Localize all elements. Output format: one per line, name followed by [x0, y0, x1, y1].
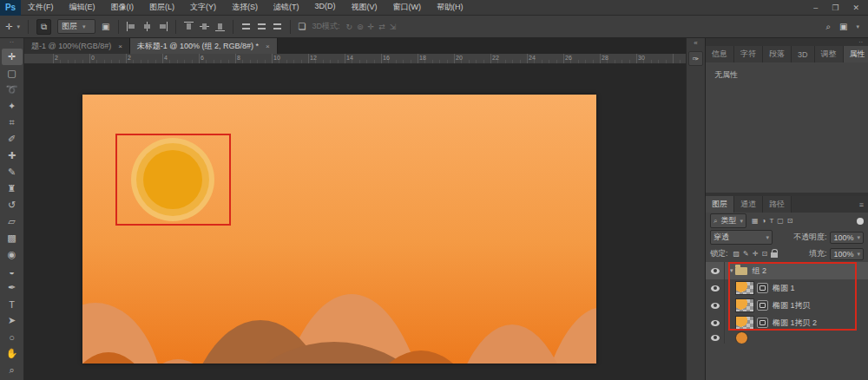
menu-item[interactable]: 3D(D) [315, 2, 336, 13]
restore-button[interactable]: ❐ [832, 3, 838, 12]
lock-option-icon[interactable]: ✛ [753, 250, 759, 258]
path-selection-tool[interactable]: ➤ [2, 312, 23, 329]
gradient-tool[interactable]: ▩ [2, 230, 23, 246]
ruler-number: 14 [345, 54, 381, 63]
3d-mode-icon[interactable]: ⊚ [357, 23, 364, 31]
brush-tool[interactable]: ✎ [2, 164, 23, 180]
menu-item[interactable]: 文字(Y) [190, 2, 216, 13]
blend-mode-dropdown[interactable]: 穿透 ▾ [710, 230, 773, 245]
menu-item[interactable]: 窗口(W) [393, 2, 422, 13]
layer-filter-icon[interactable]: ▢ [777, 217, 784, 225]
crop-tool[interactable]: ⌗ [2, 115, 23, 131]
3d-mode-icon[interactable]: ⇄ [378, 23, 385, 31]
panel-tab[interactable]: 段落 [763, 46, 792, 62]
menu-item[interactable]: 编辑(E) [69, 2, 95, 13]
align-horizontal-centers-icon[interactable] [142, 22, 152, 31]
filter-toggle-icon[interactable] [857, 218, 864, 225]
minimize-button[interactable]: – [813, 3, 818, 12]
panel-tab[interactable]: 通道 [734, 196, 763, 213]
layer-filter-icon[interactable]: ▦ [752, 217, 759, 225]
auto-select-toggle[interactable]: ⧉ [36, 19, 51, 35]
distribute-vertical-icon[interactable] [241, 22, 251, 31]
brush-panel-icon[interactable]: ✑ [688, 51, 703, 66]
menu-item[interactable]: 图像(I) [111, 2, 135, 13]
panel-tab[interactable]: 图层 [706, 196, 734, 213]
chevron-down-icon: ▾ [16, 23, 20, 30]
distribute-centers-icon[interactable] [273, 22, 282, 31]
blur-tool[interactable]: ◉ [2, 246, 23, 263]
document-tab[interactable]: 题-1 @ 100%(RGB/8#) × [24, 38, 130, 54]
lasso-tool[interactable]: ➰ [2, 82, 23, 98]
document-tab[interactable]: 未标题-1 @ 100% (组 2, RGB/8#) * × [130, 38, 278, 54]
menu-item[interactable]: 文件(F) [28, 2, 54, 13]
healing-brush-tool[interactable]: ✚ [2, 147, 23, 164]
distribute-horizontal-icon[interactable] [257, 22, 266, 31]
panel-tab[interactable]: 信息 [706, 46, 734, 62]
auto-select-target-dropdown[interactable]: 图层 ▾ [57, 19, 95, 34]
align-bottom-edges-icon[interactable] [215, 22, 225, 31]
move-tool[interactable]: ✛ [2, 49, 23, 65]
layer-filter-icon[interactable]: T [769, 217, 773, 225]
align-right-edges-icon[interactable] [158, 22, 168, 31]
eye-cell[interactable] [706, 331, 725, 344]
eye-cell[interactable] [706, 297, 725, 314]
workspace-switcher-icon[interactable]: ▣ [839, 22, 847, 31]
lock-label: 锁定: [710, 248, 728, 259]
panel-tab[interactable]: 3D [792, 46, 815, 62]
arrange-layers-icon[interactable]: ❏ [299, 22, 306, 31]
lock-all-icon[interactable] [771, 252, 778, 258]
3d-mode-icon[interactable]: ✛ [368, 23, 375, 31]
ellipse-tool[interactable]: ○ [2, 329, 23, 345]
tool-preset[interactable]: ✛ ▾ [5, 22, 20, 31]
pen-tool[interactable]: ✒ [2, 279, 23, 296]
layer-row-partial[interactable] [706, 331, 868, 344]
close-button[interactable]: ✕ [852, 3, 859, 12]
transform-controls-icon[interactable]: ▣ [102, 22, 109, 31]
panel-menu-icon[interactable]: ≡ [859, 196, 868, 213]
layer-filter-icon[interactable]: ⊡ [787, 217, 793, 225]
zoom-tool[interactable]: ⌕ [2, 362, 23, 378]
hand-tool[interactable]: ✋ [2, 345, 23, 362]
lock-option-icon[interactable]: ⊡ [761, 250, 767, 258]
type-tool[interactable]: T [2, 296, 23, 312]
collapse-to-icons-icon[interactable]: ·· [858, 39, 863, 45]
panel-tab[interactable]: 字符 [734, 46, 763, 62]
close-icon[interactable]: × [118, 43, 122, 50]
panel-tab[interactable]: 属性 [844, 46, 868, 62]
eye-cell[interactable] [706, 262, 725, 279]
align-top-edges-icon[interactable] [184, 22, 194, 31]
close-icon[interactable]: × [266, 43, 270, 50]
panel-tab[interactable]: 路径 [763, 196, 792, 213]
search-icon[interactable]: ⌕ [825, 22, 831, 32]
3d-mode-icon[interactable]: ↻ [345, 23, 352, 31]
history-brush-tool[interactable]: ↺ [2, 197, 23, 213]
menu-item[interactable]: 视图(V) [352, 2, 378, 13]
3d-mode-icon[interactable]: ⇲ [390, 23, 397, 31]
menu-item[interactable]: 选择(S) [232, 2, 258, 13]
quick-select-tool[interactable]: ✦ [2, 98, 23, 115]
menu-item[interactable]: 图层(L) [149, 2, 174, 13]
align-vertical-centers-icon[interactable] [200, 22, 209, 31]
eye-cell[interactable] [706, 314, 725, 331]
menu-item[interactable]: 滤镜(T) [273, 2, 299, 13]
menu-item[interactable]: 帮助(H) [437, 2, 464, 13]
opacity-dropdown[interactable]: 100% ▾ [830, 232, 864, 244]
layer-filter-icon[interactable]: ◑ [762, 217, 766, 225]
lock-option-icon[interactable]: ✎ [743, 250, 749, 258]
panel-tab[interactable]: 调整 [815, 46, 844, 62]
expand-panels-icon[interactable]: « [694, 38, 697, 49]
ruler-number: 12 [308, 54, 345, 63]
align-left-edges-icon[interactable] [127, 22, 136, 31]
canvas[interactable] [82, 95, 596, 364]
marquee-tool[interactable]: ▢ [2, 65, 23, 82]
dodge-tool[interactable]: ◒ [2, 263, 23, 279]
fill-dropdown[interactable]: 100% ▾ [830, 248, 864, 260]
eraser-tool[interactable]: ▱ [2, 213, 23, 230]
toolbar-grip[interactable]: ·· [10, 38, 14, 49]
lock-option-icon[interactable]: ▨ [733, 250, 740, 258]
clone-stamp-tool[interactable]: ♜ [2, 180, 23, 197]
canvas-workspace[interactable] [24, 64, 686, 380]
eyedropper-tool[interactable]: ✐ [2, 131, 23, 147]
eye-cell[interactable] [706, 279, 725, 297]
filter-type-dropdown[interactable]: ⌕ 类型 ▾ [710, 213, 746, 228]
